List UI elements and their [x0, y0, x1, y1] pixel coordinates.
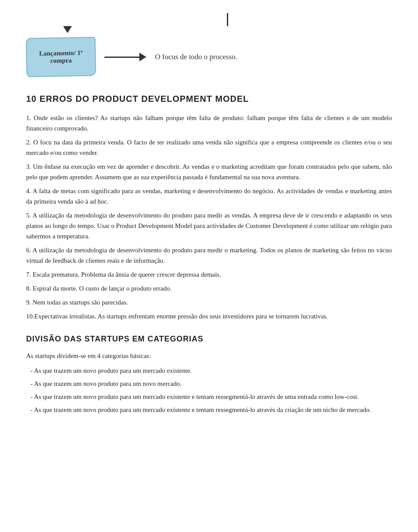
bullet-item-1: - As que trazem um novo produto para um … [30, 365, 392, 376]
error-item-5: 5. A utilização da metodologia de desenv… [26, 210, 392, 241]
top-arrow-wrapper [26, 13, 392, 33]
startups-bullet-list: - As que trazem um novo produto para um … [30, 365, 392, 415]
error-item-8: 8. Espiral da morte. O custo de lançar o… [26, 283, 392, 294]
error-item-6: 6. A utilização da metodologia de desenv… [26, 245, 392, 266]
startups-title: DIVISÃO DAS STARTUPS EM CATEGORIAS [26, 335, 392, 344]
startups-intro: As startups dividem-se em 4 categorias b… [26, 351, 392, 361]
error-item-2: 2. O focu na data da primeira venda. O f… [26, 137, 392, 158]
arrow-right-head [139, 53, 146, 61]
bullet-item-4: - As que trazem um novo produto para um … [30, 405, 392, 415]
arrow-down-head [63, 26, 72, 33]
error-item-9: 9. Nem todas as startups são parecidas. [26, 297, 392, 308]
error-item-3: 3. Um ênfase na execução em vez de apren… [26, 161, 392, 182]
diagram-area: Lançamento/ 1ª compra O focus de todo o … [26, 37, 392, 77]
arrow-down-line [227, 13, 228, 26]
errors-section: 10 ERROS DO PRODUCT DEVELOPMENT MODEL 1.… [26, 94, 392, 321]
arrow-right-line [104, 57, 139, 58]
launch-box: Lançamento/ 1ª compra [26, 37, 96, 77]
error-item-1-2: 1. Onde estão os clientes? As startups n… [26, 113, 392, 134]
bullet-item-2: - As que trazem um novo produto para um … [30, 378, 392, 389]
focus-text: O focus de todo o processo. [155, 53, 237, 61]
errors-list: 1. Onde estão os clientes? As startups n… [26, 113, 392, 321]
arrow-right-container [104, 53, 146, 61]
error-item-7: 7. Escala prematura. Problema da ânsia d… [26, 269, 392, 280]
bullet-item-3: - As que trazem um novo produto para um … [30, 391, 392, 402]
launch-box-label: Lançamento/ 1ª compra [37, 49, 86, 65]
page: Lançamento/ 1ª compra O focus de todo o … [0, 0, 418, 532]
errors-title: 10 ERROS DO PRODUCT DEVELOPMENT MODEL [26, 94, 392, 104]
error-item-10: 10.Expectativas irrealistas. As startups… [26, 311, 392, 321]
error-item-4: 4. A falta de metas com significado para… [26, 186, 392, 207]
startups-section: DIVISÃO DAS STARTUPS EM CATEGORIAS As st… [26, 335, 392, 415]
